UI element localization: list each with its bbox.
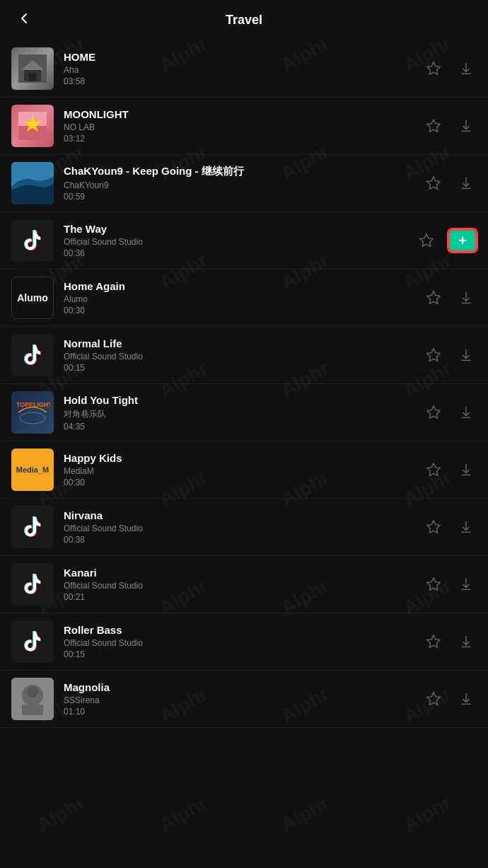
song-info-home-again: Home Again Alumo 00:30	[64, 280, 423, 316]
song-info-kanari: Kanari Official Sound Studio 00:21	[64, 567, 423, 602]
song-actions-normal-life	[423, 345, 477, 366]
song-item-home[interactable]: HOME Aha 03:58	[0, 40, 488, 98]
song-item-hold-you-tight[interactable]: TOPFLIGHT Hold You Tight 对角巷乐队 04:35	[0, 384, 488, 441]
song-actions-nirvana	[423, 516, 477, 538]
song-actions-the-way: +	[416, 229, 477, 252]
favorite-button-the-way[interactable]	[416, 230, 437, 251]
favorite-button-home-again[interactable]	[423, 287, 444, 308]
song-item-nirvana[interactable]: Nirvana Official Sound Studio 00:38	[0, 499, 488, 556]
song-item-happy-kids[interactable]: Media_M Happy Kids MediaM 00:30	[0, 441, 488, 499]
song-info-roller-bass: Roller Bass Official Sound Studio 00:15	[64, 624, 423, 659]
song-info-normal-life: Normal Life Official Sound Studio 00:15	[64, 337, 423, 373]
song-title-moonlight: MOONLIGHT	[64, 108, 423, 120]
song-item-home-again[interactable]: Alumo Home Again Alumo 00:30	[0, 270, 488, 327]
song-info-happy-kids: Happy Kids MediaM 00:30	[64, 452, 423, 487]
song-actions-magnolia	[423, 688, 477, 710]
favorite-button-home[interactable]	[423, 58, 444, 79]
song-item-normal-life[interactable]: Normal Life Official Sound Studio 00:15	[0, 327, 488, 384]
download-button-chakyoun9[interactable]	[455, 173, 477, 194]
svg-marker-10	[427, 177, 440, 189]
song-artist-nirvana: Official Sound Studio	[64, 523, 423, 533]
song-actions-hold-you-tight	[423, 402, 477, 423]
song-item-magnolia[interactable]: Magnolia SSSirena 01:10	[0, 671, 488, 728]
download-button-nirvana[interactable]	[455, 516, 477, 538]
song-actions-happy-kids	[423, 459, 477, 480]
song-title-hold-you-tight: Hold You Tight	[64, 394, 423, 406]
back-button[interactable]	[14, 8, 34, 32]
song-duration-hold-you-tight: 04:35	[64, 422, 423, 432]
favorite-button-moonlight[interactable]	[423, 115, 444, 137]
song-duration-moonlight: 03:12	[64, 134, 423, 144]
download-button-kanari[interactable]	[455, 574, 477, 595]
song-artist-moonlight: NO LAB	[64, 122, 423, 132]
song-artist-home: Aha	[64, 65, 423, 75]
song-duration-magnolia: 01:10	[64, 707, 423, 717]
svg-point-23	[27, 686, 38, 698]
song-artist-hold-you-tight: 对角巷乐队	[64, 408, 423, 420]
svg-marker-17	[427, 463, 440, 475]
svg-marker-4	[427, 62, 440, 74]
song-title-the-way: The Way	[64, 223, 416, 235]
song-info-magnolia: Magnolia SSSirena 01:10	[64, 681, 423, 717]
svg-marker-12	[427, 291, 440, 303]
svg-marker-16	[427, 406, 440, 418]
song-title-normal-life: Normal Life	[64, 337, 423, 349]
song-list: HOME Aha 03:58	[0, 40, 488, 728]
download-button-moonlight[interactable]	[455, 115, 477, 137]
download-button-home-again[interactable]	[455, 287, 477, 308]
download-button-happy-kids[interactable]	[455, 459, 477, 480]
song-artist-kanari: Official Sound Studio	[64, 581, 423, 591]
song-title-chakyoun9: ChaKYoun9 - Keep Going - 继续前行	[64, 165, 423, 178]
song-title-nirvana: Nirvana	[64, 509, 423, 521]
svg-rect-24	[22, 705, 43, 715]
favorite-button-happy-kids[interactable]	[423, 459, 444, 480]
song-title-happy-kids: Happy Kids	[64, 452, 423, 464]
favorite-button-hold-you-tight[interactable]	[423, 402, 444, 423]
song-duration-home: 03:58	[64, 76, 423, 86]
svg-marker-19	[427, 578, 440, 590]
song-duration-normal-life: 00:15	[64, 363, 423, 373]
download-button-magnolia[interactable]	[455, 688, 477, 710]
song-duration-kanari: 00:21	[64, 592, 423, 602]
song-item-moonlight[interactable]: MOONLIGHT NO LAB 03:12	[0, 98, 488, 155]
song-duration-nirvana: 00:38	[64, 535, 423, 545]
svg-marker-18	[427, 521, 440, 533]
song-item-roller-bass[interactable]: Roller Bass Official Sound Studio 00:15	[0, 613, 488, 671]
song-duration-roller-bass: 00:15	[64, 649, 423, 659]
header: Travel	[0, 0, 488, 40]
song-artist-home-again: Alumo	[64, 294, 423, 304]
song-info-moonlight: MOONLIGHT NO LAB 03:12	[64, 108, 423, 144]
favorite-button-roller-bass[interactable]	[423, 631, 444, 652]
download-button-normal-life[interactable]	[455, 345, 477, 366]
song-artist-happy-kids: MediaM	[64, 466, 423, 476]
favorite-button-kanari[interactable]	[423, 574, 444, 595]
svg-marker-20	[427, 635, 440, 647]
song-item-chakyoun9[interactable]: ChaKYoun9 - Keep Going - 继续前行 ChaKYoun9 …	[0, 155, 488, 212]
song-artist-roller-bass: Official Sound Studio	[64, 638, 423, 648]
song-actions-roller-bass	[423, 631, 477, 652]
song-duration-chakyoun9: 00:59	[64, 192, 423, 202]
song-artist-magnolia: SSSirena	[64, 695, 423, 705]
song-duration-the-way: 00:36	[64, 248, 416, 258]
favorite-button-nirvana[interactable]	[423, 516, 444, 538]
favorite-button-magnolia[interactable]	[423, 688, 444, 710]
download-button-hold-you-tight[interactable]	[455, 402, 477, 423]
song-actions-home-again	[423, 287, 477, 308]
song-item-the-way[interactable]: The Way Official Sound Studio 00:36 +	[0, 212, 488, 270]
song-title-home-again: Home Again	[64, 280, 423, 292]
song-info-nirvana: Nirvana Official Sound Studio 00:38	[64, 509, 423, 545]
svg-marker-25	[427, 693, 440, 705]
song-info-the-way: The Way Official Sound Studio 00:36	[64, 223, 416, 258]
download-button-home[interactable]	[455, 58, 477, 79]
favorite-button-normal-life[interactable]	[423, 345, 444, 366]
song-title-magnolia: Magnolia	[64, 681, 423, 693]
song-artist-the-way: Official Sound Studio	[64, 237, 416, 247]
song-actions-chakyoun9	[423, 173, 477, 194]
download-button-roller-bass[interactable]	[455, 631, 477, 652]
svg-rect-3	[29, 73, 36, 81]
song-info-hold-you-tight: Hold You Tight 对角巷乐队 04:35	[64, 394, 423, 432]
favorite-button-chakyoun9[interactable]	[423, 173, 444, 194]
song-item-kanari[interactable]: Kanari Official Sound Studio 00:21	[0, 556, 488, 613]
add-button-the-way[interactable]: +	[448, 229, 477, 252]
svg-point-15	[20, 412, 45, 424]
